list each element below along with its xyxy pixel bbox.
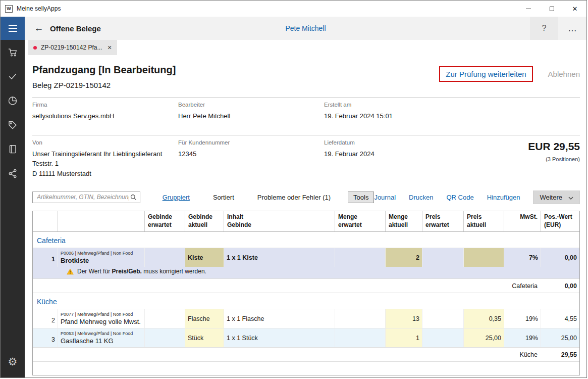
settings-button[interactable]: ⚙ xyxy=(1,349,25,373)
header-preis-erwartet: Preiserwartet xyxy=(422,211,464,231)
article-meta: P0006 | Mehrweg/Pfand | Non Food xyxy=(61,251,133,256)
sidebar-item-statistics[interactable] xyxy=(1,88,25,113)
pos-wert-cell: 0,00 xyxy=(541,248,579,267)
dropdown-label: Weitere xyxy=(540,194,562,201)
qr-code-link[interactable]: QR Code xyxy=(446,194,473,201)
minimize-icon xyxy=(526,9,531,9)
pie-chart-icon xyxy=(7,95,18,106)
sidebar-item-share[interactable] xyxy=(1,161,25,185)
problems-link[interactable]: Probleme oder Fehler (1) xyxy=(257,194,331,201)
subtotal-value: 0,00 xyxy=(538,282,579,290)
more-options-button[interactable]: … xyxy=(558,17,586,40)
app-header: ← Offene Belege Pete Mitchell ? … xyxy=(25,17,586,40)
header-gebinde-aktuell: Gebindeaktuell xyxy=(185,211,224,231)
tag-icon xyxy=(7,119,18,130)
sidebar-item-tasks[interactable] xyxy=(1,64,25,88)
table-row[interactable]: 2 P0077 | Mehrweg/Pfand | Non Food Pfand… xyxy=(33,309,579,328)
title-bar: W Meine sellyApps ✕ xyxy=(1,1,586,17)
tools-button[interactable]: Tools xyxy=(348,192,374,203)
article-name: Brotkiste xyxy=(61,257,89,264)
positions-toolbar: Gruppiert Sortiert Probleme oder Fehler … xyxy=(32,191,580,204)
menge-aktuell-cell[interactable]: 1 xyxy=(386,328,422,347)
preis-aktuell-cell[interactable] xyxy=(464,248,504,267)
tab-strip: ZP-0219-150142 Pfa... ✕ xyxy=(25,40,586,55)
field-value: Herr Pete Mitchell xyxy=(178,111,324,121)
mwst-cell: 19% xyxy=(504,309,541,328)
search-icon xyxy=(130,194,137,201)
gear-icon: ⚙ xyxy=(8,356,18,367)
journal-link[interactable]: Journal xyxy=(374,194,396,201)
maximize-icon xyxy=(550,7,554,11)
close-icon: ✕ xyxy=(572,5,578,13)
field-kundennummer: Für Kundennummer 12345 xyxy=(178,139,324,179)
field-erstellt-am: Erstellt am 19. Februar 2024 15:01 xyxy=(324,102,470,121)
fields-row-1: Firma sellysolutions Serv.ges.mbH Bearbe… xyxy=(32,97,580,127)
field-lieferdatum: Lieferdatum 19. Februar 2024 xyxy=(324,139,470,179)
cart-icon xyxy=(7,46,18,58)
sidebar-item-cart[interactable] xyxy=(1,40,25,64)
close-button[interactable]: ✕ xyxy=(563,1,586,17)
mwst-cell: 7% xyxy=(504,248,541,267)
article-meta: P0077 | Mehrweg/Pfand | Non Food xyxy=(61,312,133,317)
preis-aktuell-cell[interactable]: 0,35 xyxy=(464,309,504,328)
check-icon xyxy=(7,71,18,82)
field-value: Unser Trainingslieferant Ihr Lieblingsli… xyxy=(32,149,178,179)
header-menge-erwartet: Mengeerwartet xyxy=(335,211,386,231)
field-bearbeiter: Bearbeiter Herr Pete Mitchell xyxy=(178,102,324,121)
help-button[interactable]: ? xyxy=(530,17,558,40)
document-content: Pfandzugang [In Bearbeitung] Beleg ZP-02… xyxy=(25,55,586,377)
article-search[interactable] xyxy=(32,192,140,203)
subtotal-value: 29,55 xyxy=(538,351,579,358)
search-input[interactable] xyxy=(36,193,130,201)
reject-button[interactable]: Ablehnen xyxy=(548,70,580,78)
row-number: 2 xyxy=(33,309,58,328)
preis-aktuell-cell[interactable]: 25,00 xyxy=(464,328,504,347)
table-row[interactable]: 3 P0053 | Mehrweg/Pfand | Non Food Gasfl… xyxy=(33,328,579,347)
menge-aktuell-cell[interactable]: 2 xyxy=(386,248,422,267)
help-icon: ? xyxy=(542,24,547,33)
row-warning: Der Wert für Preis/Geb. muss korrigiert … xyxy=(33,267,579,278)
inhalt-gebinde-cell: 1 x 1 Stück xyxy=(224,328,335,347)
back-button[interactable]: ← xyxy=(31,23,47,34)
header-pos-wert: Pos.-Wert(EUR) xyxy=(541,211,579,231)
print-link[interactable]: Drucken xyxy=(409,194,433,201)
gebinde-erwartet-cell xyxy=(145,248,185,267)
gebinde-aktuell-cell[interactable]: Stück xyxy=(185,328,224,347)
group-header-kueche[interactable]: Küche xyxy=(33,293,579,309)
warning-icon xyxy=(67,268,74,275)
document-number: Beleg ZP-0219-150142 xyxy=(32,81,176,89)
sorted-view-link[interactable]: Sortiert xyxy=(213,194,234,201)
add-position-link[interactable]: Hinzufügen xyxy=(487,194,520,201)
header-number xyxy=(33,211,58,231)
menge-aktuell-cell[interactable]: 13 xyxy=(386,309,422,328)
user-menu[interactable]: Pete Mitchell xyxy=(285,24,326,32)
table-row[interactable]: 1 P0006 | Mehrweg/Pfand | Non Food Brotk… xyxy=(33,248,579,267)
book-icon xyxy=(7,144,18,155)
document-header: Pfandzugang [In Bearbeitung] Beleg ZP-02… xyxy=(32,64,580,89)
gebinde-aktuell-cell[interactable]: Flasche xyxy=(185,309,224,328)
field-value: 12345 xyxy=(178,149,324,159)
field-value: 19. Februar 2024 xyxy=(324,149,470,159)
sidebar-item-documents[interactable] xyxy=(1,137,25,161)
ellipsis-icon: … xyxy=(568,23,577,34)
chevron-down-icon xyxy=(568,194,573,201)
document-tab[interactable]: ZP-0219-150142 Pfa... ✕ xyxy=(28,40,117,55)
grouped-view-link[interactable]: Gruppiert xyxy=(163,194,190,201)
page-title: Offene Belege xyxy=(50,24,101,33)
forward-for-review-button[interactable]: Zur Prüfung weiterleiten xyxy=(439,66,532,82)
minimize-button[interactable] xyxy=(517,1,540,17)
sidebar-item-tags[interactable] xyxy=(1,113,25,137)
more-actions-dropdown[interactable]: Weitere xyxy=(533,191,580,204)
article-cell: P0006 | Mehrweg/Pfand | Non Food Brotkis… xyxy=(58,248,145,267)
tab-close-icon[interactable]: ✕ xyxy=(107,44,112,51)
group-subtotal-kueche: Küche 29,55 xyxy=(33,347,579,362)
hamburger-menu-button[interactable] xyxy=(1,17,25,40)
window-title: Meine sellyApps xyxy=(17,5,61,12)
group-header-cafeteria[interactable]: Cafeteria xyxy=(33,232,579,248)
field-value: sellysolutions Serv.ges.mbH xyxy=(32,111,178,121)
mwst-cell: 19% xyxy=(504,328,541,347)
maximize-button[interactable] xyxy=(540,1,563,17)
gebinde-erwartet-cell xyxy=(145,328,185,347)
gebinde-erwartet-cell xyxy=(145,309,185,328)
gebinde-aktuell-cell[interactable]: Kiste xyxy=(185,248,224,267)
